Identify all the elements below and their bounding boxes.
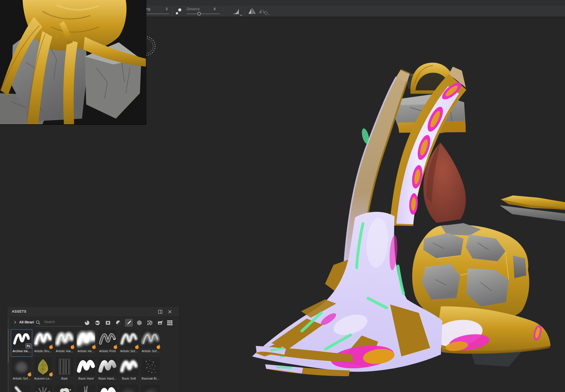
model-gold-skirt xyxy=(431,306,551,367)
distance-value: 8 xyxy=(214,7,216,11)
material-3d-preview-window[interactable] xyxy=(0,0,146,125)
filter-filters-icon[interactable] xyxy=(114,319,122,327)
brush-preset-badge-icon xyxy=(135,345,139,349)
asset-label: Artistic Hai... xyxy=(54,349,75,353)
asset-thumbnail xyxy=(98,385,117,392)
asset-label: Artistic Sof... xyxy=(140,349,161,353)
assets-panel: ASSETS All librari xyxy=(7,306,179,392)
filter-materials-icon[interactable] xyxy=(83,319,91,327)
asset-tile[interactable]: Basmati Br... xyxy=(140,357,161,384)
brush-preset-badge-icon xyxy=(49,373,53,376)
brush-preset-badge-icon xyxy=(49,345,53,349)
asset-tile[interactable]: Artistic Hai... xyxy=(54,329,75,357)
filter-smart-materials-icon[interactable] xyxy=(94,319,101,327)
asset-tile[interactable]: Artistic Sof... xyxy=(118,329,140,357)
assets-panel-title: ASSETS xyxy=(12,310,27,313)
asset-label: Bark xyxy=(54,377,75,380)
asset-thumbnail xyxy=(98,357,117,376)
asset-label: Artistic Sof... xyxy=(11,377,32,380)
search-input[interactable] xyxy=(44,320,80,324)
filter-procedurals-icon[interactable] xyxy=(135,319,143,327)
asset-thumbnail xyxy=(34,385,52,392)
asset-tile[interactable]: Archive Ink... Ps xyxy=(11,329,32,357)
asset-label: Archive Ink... xyxy=(11,349,32,353)
model-branch xyxy=(500,195,565,221)
asset-tile[interactable] xyxy=(75,384,97,392)
asset-label: Artistic Sof... xyxy=(118,349,140,353)
asset-thumbnail xyxy=(141,357,160,376)
asset-thumbnail xyxy=(55,357,74,376)
asset-label: Artistic Bru... xyxy=(32,349,54,353)
photoshop-brush-badge: Ps xyxy=(25,343,31,349)
spacing-label: ng xyxy=(146,7,150,11)
search-icon xyxy=(36,320,41,325)
asset-thumbnail xyxy=(12,385,31,392)
asset-tile[interactable]: Artistic Sof... xyxy=(11,357,32,384)
chevron-right-icon[interactable] xyxy=(13,320,17,324)
asset-tile[interactable] xyxy=(140,384,161,392)
mirror-settings-icon[interactable] xyxy=(258,7,271,16)
asset-thumbnail xyxy=(77,385,95,392)
asset-tile[interactable]: Basic Hard... xyxy=(97,357,118,384)
filter-brushes-icon[interactable] xyxy=(125,319,133,327)
asset-label: Basic Hard... xyxy=(97,377,118,380)
toolbar-separator xyxy=(245,7,245,16)
asset-tile[interactable]: Artistic Sof... xyxy=(140,329,161,357)
distance-slider-handle[interactable] xyxy=(197,12,201,16)
assets-panel-header[interactable]: ASSETS xyxy=(7,307,179,317)
filter-textures-icon[interactable] xyxy=(156,319,164,327)
asset-label: Autumn Le... xyxy=(32,377,54,380)
asset-thumbnail xyxy=(120,357,138,376)
asset-tile[interactable] xyxy=(118,384,140,392)
dock-layout-icon[interactable] xyxy=(158,309,163,314)
search-field[interactable] xyxy=(35,319,83,326)
asset-tile[interactable]: Artistic Print xyxy=(97,329,118,357)
asset-thumbnail xyxy=(141,385,160,392)
filter-patterns-icon[interactable] xyxy=(146,319,154,327)
asset-tile[interactable] xyxy=(11,384,32,392)
asset-tile[interactable]: Artistic Bru... xyxy=(32,329,54,357)
mirror-symmetry-icon[interactable] xyxy=(248,7,257,15)
assets-scrollbar[interactable] xyxy=(7,317,9,392)
asset-tile[interactable]: Basic Soft xyxy=(118,357,140,384)
preview-render xyxy=(0,0,146,124)
brush-preset-badge-icon xyxy=(71,345,74,349)
asset-tile[interactable]: Basic Hard xyxy=(75,357,97,384)
asset-thumbnail xyxy=(120,385,138,392)
brush-preset-badge-icon xyxy=(114,345,117,349)
asset-thumbnail xyxy=(55,385,74,392)
asset-thumbnail xyxy=(77,357,95,376)
close-icon[interactable] xyxy=(167,309,172,314)
stroke-spacing-dots-icon[interactable] xyxy=(175,7,183,16)
assets-search-row: All librari xyxy=(7,317,179,329)
asset-tile[interactable]: Bark xyxy=(54,357,75,384)
library-selector[interactable]: All librari xyxy=(19,320,35,324)
asset-label: Basic Soft xyxy=(118,377,140,380)
app-window: ng 3 Distance 8 xyxy=(0,0,565,392)
filter-smart-masks-icon[interactable] xyxy=(104,319,112,327)
asset-label: Artistic Print xyxy=(97,349,118,353)
brush-preset-badge-icon xyxy=(28,373,31,376)
assets-grid: Archive Ink... Ps Artistic Bru... Artist… xyxy=(11,329,177,392)
distance-slider[interactable] xyxy=(187,14,220,14)
falloff-curve-icon[interactable] xyxy=(231,7,243,16)
asset-tile[interactable] xyxy=(54,384,75,392)
asset-tile[interactable]: Autumn Le... xyxy=(32,357,54,384)
spacing-slider[interactable] xyxy=(146,14,169,14)
toolbar-separator xyxy=(223,7,223,16)
grid-view-icon[interactable] xyxy=(167,320,173,326)
asset-tile[interactable] xyxy=(97,384,118,392)
distance-label: Distance xyxy=(187,7,200,11)
asset-tile[interactable]: Artistic He... xyxy=(75,329,97,357)
spacing-value: 3 xyxy=(166,7,168,11)
toolbar-separator xyxy=(172,7,173,16)
brush-preset-badge-icon xyxy=(157,345,160,349)
asset-label: Basic Hard xyxy=(75,377,97,380)
asset-label: Artistic He... xyxy=(75,349,97,353)
assets-scrollbar-thumb[interactable] xyxy=(8,329,9,363)
asset-label: Basmati Br... xyxy=(140,377,161,380)
brush-preset-badge-icon xyxy=(92,345,96,349)
asset-tile[interactable] xyxy=(32,384,54,392)
asset-type-filters xyxy=(83,319,164,327)
